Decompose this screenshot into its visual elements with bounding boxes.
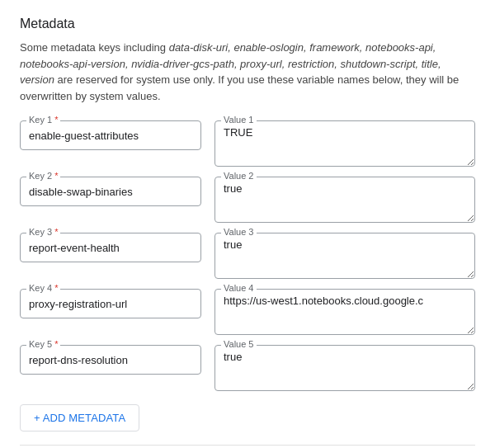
required-marker: * <box>54 171 58 181</box>
value-5-label: Value 5 <box>221 339 257 349</box>
value-2-input[interactable]: true <box>214 177 475 223</box>
key-5-input[interactable] <box>20 345 201 375</box>
value-2-group: Value 2 true <box>214 177 475 223</box>
key-4-input[interactable] <box>20 289 201 318</box>
value-5-group: Value 5 true <box>214 345 475 391</box>
section-description: Some metadata keys including data-disk-u… <box>20 40 475 104</box>
value-3-group: Value 3 true <box>214 233 475 279</box>
divider <box>20 445 475 446</box>
required-marker: * <box>54 339 58 349</box>
value-3-label: Value 3 <box>221 227 257 237</box>
value-1-label: Value 1 <box>221 115 257 125</box>
metadata-row: Key 5 * Value 5 true <box>20 345 475 391</box>
add-metadata-button[interactable]: + ADD METADATA <box>20 404 139 431</box>
metadata-rows: Key 1 * Value 1 TRUE Key 2 * Value 2 tru… <box>20 120 475 391</box>
metadata-row: Key 1 * Value 1 TRUE <box>20 120 475 167</box>
required-marker: * <box>54 115 58 125</box>
required-marker: * <box>54 227 58 237</box>
key-2-label: Key 2 * <box>26 171 60 181</box>
metadata-row: Key 3 * Value 3 true <box>20 233 475 279</box>
value-5-input[interactable]: true <box>214 345 475 391</box>
value-3-input[interactable]: true <box>214 233 475 279</box>
key-5-label: Key 5 * <box>26 339 60 349</box>
value-2-label: Value 2 <box>221 171 257 181</box>
value-1-input[interactable]: TRUE <box>214 120 475 167</box>
value-4-input[interactable]: https://us-west1.notebooks.cloud.google.… <box>214 289 475 335</box>
key-2-input[interactable] <box>20 177 201 206</box>
key-3-input[interactable] <box>20 233 201 262</box>
key-1-group: Key 1 * <box>20 120 201 150</box>
key-3-label: Key 3 * <box>26 227 60 237</box>
key-2-group: Key 2 * <box>20 177 201 206</box>
key-4-label: Key 4 * <box>26 283 60 293</box>
key-1-input[interactable] <box>20 120 201 150</box>
section-title: Metadata <box>20 17 475 31</box>
metadata-row: Key 2 * Value 2 true <box>20 177 475 223</box>
required-marker: * <box>54 283 58 293</box>
key-5-group: Key 5 * <box>20 345 201 375</box>
value-4-group: Value 4 https://us-west1.notebooks.cloud… <box>214 289 475 335</box>
key-3-group: Key 3 * <box>20 233 201 262</box>
metadata-row: Key 4 * Value 4 https://us-west1.noteboo… <box>20 289 475 335</box>
key-1-label: Key 1 * <box>26 115 60 125</box>
key-4-group: Key 4 * <box>20 289 201 318</box>
value-1-group: Value 1 TRUE <box>214 120 475 167</box>
value-4-label: Value 4 <box>221 283 257 293</box>
